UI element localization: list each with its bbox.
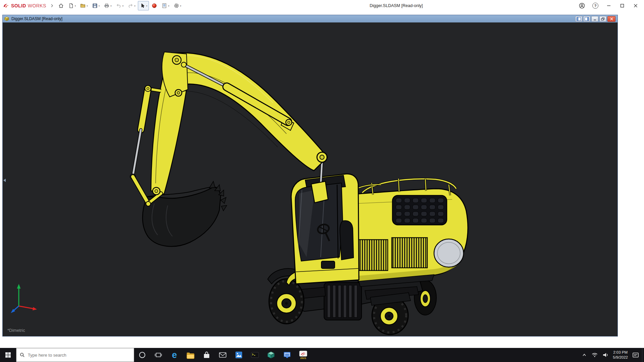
toolbar-flyout-arrow[interactable]: [50, 4, 54, 8]
show-desktop-button[interactable]: [642, 348, 644, 362]
rear-panel[interactable]: [434, 239, 464, 267]
close-icon: [632, 2, 639, 9]
mail-icon: [218, 351, 227, 359]
maximize-icon: [619, 2, 626, 9]
app-close-button[interactable]: [630, 1, 641, 11]
print-dropdown-arrow[interactable]: ▾: [110, 5, 112, 7]
help-icon: ?: [592, 3, 598, 9]
task-view-icon: [155, 352, 162, 358]
store-icon: [202, 351, 211, 359]
display-pane-button-right[interactable]: [583, 16, 590, 22]
document-title: Digger.SLDASM [Read-only]: [11, 16, 62, 21]
account-button[interactable]: [576, 1, 588, 11]
undo-button[interactable]: ▾: [114, 1, 125, 10]
store-button[interactable]: [199, 348, 215, 362]
undo-dropdown-arrow[interactable]: ▾: [122, 5, 124, 7]
document-window: Digger.SLDASM [Read-only]: [2, 15, 618, 337]
file-explorer-icon: [186, 350, 195, 360]
file-properties-dropdown-arrow[interactable]: ▾: [168, 5, 169, 7]
redo-dropdown-arrow[interactable]: ▾: [134, 5, 136, 7]
open-button[interactable]: ▾: [78, 1, 90, 10]
doc-close-button[interactable]: [607, 16, 615, 22]
featuremanager-flyout-arrow[interactable]: [3, 179, 6, 182]
pane-left-icon: [577, 17, 581, 21]
document-titlebar[interactable]: Digger.SLDASM [Read-only]: [3, 15, 618, 22]
save-button[interactable]: ▾: [90, 1, 102, 10]
doc-minimize-icon: [593, 17, 597, 20]
photos-button[interactable]: [231, 348, 247, 362]
doc-close-icon: [610, 17, 613, 20]
taskbar-search[interactable]: [16, 348, 134, 362]
brand-text-works: WORKS: [28, 3, 46, 8]
clock-date: 5/9/2022: [613, 355, 628, 360]
assembly-document-icon: [4, 16, 9, 21]
windows-start-icon: [5, 352, 11, 358]
side-grille-right[interactable]: [392, 238, 427, 268]
solidworks-2021-button[interactable]: 2021: [295, 348, 311, 362]
rear-wheel[interactable]: [370, 293, 411, 335]
view-orientation-label: *Dimetric: [7, 328, 25, 333]
task-view-button[interactable]: [150, 348, 166, 362]
rebuild-button[interactable]: [150, 1, 159, 10]
app-title: Digger.SLDASM [Read-only]: [370, 0, 423, 11]
orientation-triad: [11, 284, 37, 313]
edge-button[interactable]: e: [166, 348, 182, 362]
options-button[interactable]: ▾: [172, 1, 183, 10]
app-maximize-button[interactable]: [616, 1, 628, 11]
save-dropdown-arrow[interactable]: ▾: [99, 5, 100, 7]
volume-icon[interactable]: [602, 352, 609, 358]
open-folder-icon: [80, 3, 86, 9]
upper-body[interactable]: [352, 179, 468, 287]
pane-right-icon: [585, 17, 589, 21]
app-minimize-button[interactable]: [603, 1, 614, 11]
doc-minimize-button[interactable]: [591, 16, 598, 22]
save-icon: [92, 3, 98, 9]
solidworks-logo-icon: [3, 3, 9, 9]
print-button[interactable]: ▾: [102, 1, 113, 10]
select-dropdown-arrow[interactable]: ▾: [146, 5, 148, 7]
select-cursor-icon: [140, 3, 146, 9]
open-dropdown-arrow[interactable]: ▾: [87, 5, 88, 7]
display-pane-button-left[interactable]: [575, 16, 582, 22]
home-icon: [58, 3, 64, 9]
solidworks-swoosh-icon: [299, 351, 307, 357]
cortana-button[interactable]: [134, 348, 150, 362]
boom[interactable]: [162, 52, 327, 171]
network-icon[interactable]: [591, 352, 598, 358]
edrawings-cube-icon: [267, 351, 275, 359]
new-document-icon: [68, 3, 74, 9]
app-titlebar: SOLIDWORKS ▾ ▾: [0, 0, 644, 11]
brand-text-solid: SOLID: [11, 3, 26, 8]
home-button[interactable]: [56, 1, 66, 10]
search-input[interactable]: [28, 353, 130, 358]
new-document-dropdown-arrow[interactable]: ▾: [75, 5, 76, 7]
help-glyph: ?: [594, 4, 597, 8]
edrawings-button[interactable]: [263, 348, 279, 362]
excavator-model[interactable]: [3, 22, 618, 336]
redo-button[interactable]: ▾: [126, 1, 137, 10]
blue-window-app-button[interactable]: [279, 348, 295, 362]
doc-restore-button[interactable]: [599, 16, 606, 22]
search-icon: [20, 352, 25, 358]
clock-time: 2:03 PM: [613, 350, 628, 355]
undo-icon: [116, 3, 122, 9]
graphics-viewport[interactable]: *Dimetric: [3, 22, 618, 336]
mail-button[interactable]: [215, 348, 231, 362]
seat: [340, 221, 354, 260]
print-icon: [104, 3, 110, 9]
help-button[interactable]: ?: [590, 1, 601, 11]
new-document-button[interactable]: ▾: [66, 1, 78, 10]
minimize-icon: [605, 2, 612, 9]
terminal-button[interactable]: [247, 348, 263, 362]
start-button[interactable]: [0, 348, 16, 362]
action-center-icon[interactable]: [632, 352, 639, 358]
options-dropdown-arrow[interactable]: ▾: [180, 5, 181, 7]
file-explorer-button[interactable]: [182, 348, 199, 362]
file-properties-button[interactable]: ▾: [160, 1, 171, 10]
tray-chevron-icon[interactable]: [581, 353, 587, 357]
select-button[interactable]: ▾: [138, 1, 149, 10]
solidworks-2021-icon: 2021: [299, 351, 307, 360]
screen: SOLIDWORKS ▾ ▾: [0, 0, 644, 362]
taskbar-clock[interactable]: 2:03 PM 5/9/2022: [613, 350, 628, 360]
blue-window-app-icon: [283, 351, 291, 359]
